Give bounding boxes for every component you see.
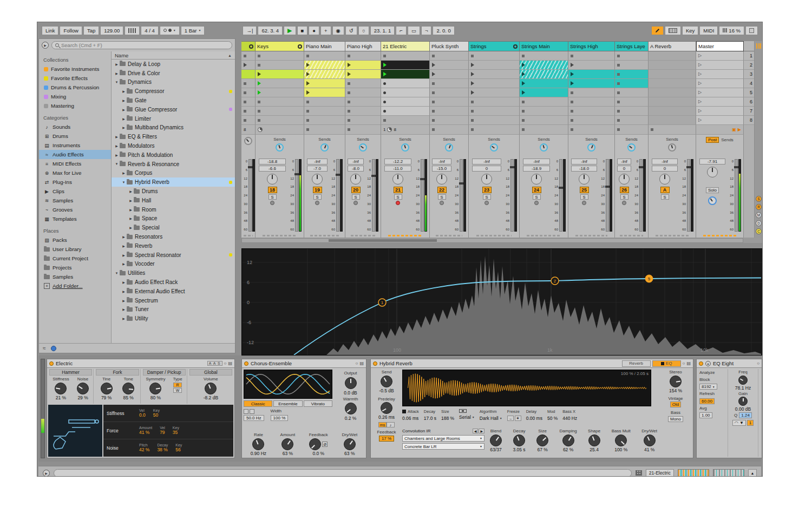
- sidebar-item-sounds[interactable]: ♪Sounds: [39, 122, 111, 131]
- clip-slot-7-piano-high[interactable]: [345, 107, 381, 116]
- send-a-knob[interactable]: [540, 143, 548, 152]
- io-meter-icon[interactable]: [756, 43, 761, 49]
- clip-slot-6-strings-high[interactable]: [568, 97, 615, 107]
- clip-slot-8-piano-main[interactable]: [304, 116, 345, 125]
- tree-item-dynamics[interactable]: ▼Dynamics: [112, 78, 235, 87]
- electric-cell-noise-decay[interactable]: Decay38 %: [157, 443, 168, 453]
- knob-damping[interactable]: [562, 434, 574, 446]
- volume-fader[interactable]: [559, 159, 562, 232]
- tree-item-limiter[interactable]: ▶Limiter: [112, 114, 235, 123]
- clip-slot-2-strings-high[interactable]: [568, 61, 615, 70]
- expand-arrow-icon[interactable]: ▶: [128, 226, 134, 229]
- send-a-knob[interactable]: [445, 143, 453, 152]
- knob-dry-wet[interactable]: [644, 434, 656, 446]
- collapse-arrow-icon[interactable]: ▼: [114, 162, 120, 166]
- tree-item-delay-loop[interactable]: ▶Delay & Loop: [112, 60, 235, 69]
- tree-item-drums[interactable]: ▶Drums: [112, 187, 235, 196]
- volume-fader[interactable]: [248, 159, 252, 232]
- clip-slot-4-piano-high[interactable]: [345, 79, 381, 88]
- clip-stop-row-piano-main[interactable]: [304, 125, 345, 135]
- band-1-freq-knob[interactable]: [738, 376, 748, 385]
- expand-arrow-icon[interactable]: ▶: [121, 126, 127, 129]
- tree-item-tuner[interactable]: ▶Tuner: [112, 305, 235, 314]
- session-horizontal-scrollbar[interactable]: [241, 238, 743, 243]
- knob-stiffness[interactable]: [55, 383, 67, 394]
- clip-slot-5-keys[interactable]: [256, 88, 304, 97]
- clip-slot-3-strings-main[interactable]: [520, 70, 568, 79]
- clip-slot-5-pluck-synth[interactable]: [430, 88, 469, 97]
- clip-slot-1-strings-high[interactable]: [568, 51, 615, 61]
- tree-item-room[interactable]: ▶Room: [112, 205, 235, 214]
- clip-slot-4-pluck-synth[interactable]: [430, 79, 469, 88]
- search-input[interactable]: [61, 42, 228, 48]
- freeze-button[interactable]: ∗: [515, 416, 521, 421]
- scrollbar-thumb[interactable]: [329, 239, 437, 242]
- track-header-pluck-synth[interactable]: Pluck Synth: [430, 41, 469, 51]
- sidebar-item-samples[interactable]: ≋Samples: [39, 196, 111, 205]
- loop-length-display[interactable]: 2. 0. 0: [433, 26, 454, 35]
- electric-cell-noise-pitch[interactable]: Pitch42 %: [139, 443, 149, 453]
- pan-knob[interactable]: [531, 174, 542, 185]
- clip-slot-7-master[interactable]: ▷: [696, 107, 744, 116]
- expand-arrow-icon[interactable]: ▶: [128, 199, 134, 202]
- solo-button[interactable]: S: [483, 194, 491, 200]
- sort-ascending-icon[interactable]: ▲: [228, 54, 232, 57]
- clip-slot-8-21-electric[interactable]: [381, 116, 430, 125]
- punch-out-button[interactable]: ¬: [421, 26, 432, 35]
- clip-slot-4-21-electric[interactable]: [381, 79, 430, 88]
- pan-knob[interactable]: [312, 174, 323, 185]
- clip-slot-5-strings-high[interactable]: [568, 88, 615, 97]
- scene-4[interactable]: 4: [744, 79, 754, 88]
- clip-slot-8-strings-high[interactable]: [568, 116, 615, 125]
- browser-collapse-icon[interactable]: ▶: [42, 42, 49, 49]
- sidebar-item-favorite-effects[interactable]: Favorite Effects: [39, 74, 111, 83]
- knob-rate[interactable]: [252, 438, 264, 450]
- pan-knob[interactable]: [392, 174, 403, 185]
- tree-item-gate[interactable]: ▶Gate: [112, 96, 235, 105]
- knob-symmetry[interactable]: [149, 383, 161, 394]
- sidebar-item-current-project[interactable]: Current Project: [39, 254, 111, 263]
- tree-item-spectral-resonator[interactable]: ▶Spectral Resonator: [112, 251, 235, 260]
- tree-item-modulators[interactable]: ▶Modulators: [112, 141, 235, 150]
- pan-knob[interactable]: [436, 174, 447, 185]
- clip-slot-1-strings[interactable]: [469, 51, 520, 61]
- volume-display[interactable]: -7.0: [307, 166, 328, 172]
- sidebar-item-grooves[interactable]: ~Grooves: [39, 205, 111, 214]
- expand-arrow-icon[interactable]: ▶: [121, 289, 127, 293]
- knob-tone[interactable]: [122, 383, 134, 394]
- track-header-partial[interactable]: [241, 41, 256, 51]
- clip-slot-6-piano-high[interactable]: [345, 97, 381, 107]
- clip-slot-6-keys[interactable]: [256, 97, 304, 107]
- midi-map-button[interactable]: MIDI: [699, 26, 718, 35]
- play-button[interactable]: ▶: [284, 26, 296, 35]
- device-on-toggle[interactable]: [49, 361, 54, 366]
- output-knob[interactable]: [345, 377, 357, 389]
- clip-slot-4-strings-high[interactable]: [568, 79, 615, 88]
- tree-item-space[interactable]: ▶Space: [112, 214, 235, 223]
- scene-5[interactable]: 5: [744, 88, 754, 97]
- arrangement-position-display[interactable]: 62. 3. 4: [258, 26, 283, 35]
- track-header-keys[interactable]: Keys: [256, 41, 304, 51]
- knob-amount[interactable]: [281, 438, 293, 450]
- solo-button[interactable]: S: [661, 194, 669, 200]
- ms-mode-button[interactable]: ms: [378, 422, 387, 427]
- arm-button[interactable]: [315, 201, 319, 205]
- session-record-button[interactable]: ○: [358, 26, 369, 35]
- clip-slot-2-pluck-synth[interactable]: [430, 61, 469, 70]
- arm-button[interactable]: [440, 201, 444, 205]
- tab-eq[interactable]: EQ: [652, 360, 681, 367]
- predelay-knob[interactable]: [381, 402, 392, 414]
- follow-button[interactable]: Follow: [60, 26, 82, 35]
- scene-1[interactable]: 1: [744, 51, 754, 61]
- master-solo-button[interactable]: Solo: [706, 187, 719, 193]
- clip-stop-row-strings-main[interactable]: [520, 125, 568, 135]
- ir-category-dropdown[interactable]: Chambers and Large Rooms▼: [402, 435, 484, 442]
- expand-arrow-icon[interactable]: ▶: [121, 299, 127, 302]
- bass-mono-button[interactable]: Mono: [668, 416, 683, 422]
- clip-slot-1-piano-high[interactable]: [345, 51, 381, 61]
- volume-fader[interactable]: [687, 159, 690, 232]
- peak-display[interactable]: -Inf: [472, 159, 501, 164]
- clip-stop-row-a-reverb[interactable]: [649, 125, 696, 135]
- clip-slot-2-partial[interactable]: [241, 61, 256, 70]
- clip-slot-3-pluck-synth[interactable]: [430, 70, 469, 79]
